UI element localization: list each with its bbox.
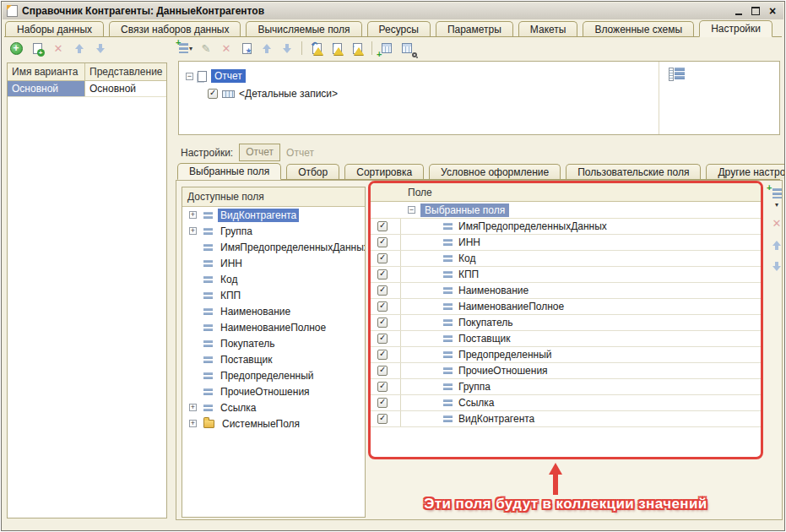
add-dropdown-icon[interactable]: +▾ xyxy=(178,41,193,56)
available-field-row[interactable]: Код xyxy=(182,271,365,287)
tab-parameters[interactable]: Параметры xyxy=(436,21,513,36)
field-label[interactable]: НаименованиеПолное xyxy=(218,321,328,334)
field-label[interactable]: Поставщик xyxy=(458,333,511,345)
field-label[interactable]: Покупатель xyxy=(458,317,512,328)
field-label[interactable]: ПрочиеОтношения xyxy=(458,365,548,377)
available-field-row[interactable]: КПП xyxy=(182,287,365,303)
field-label[interactable]: ИНН xyxy=(458,236,480,248)
tab-resources[interactable]: Ресурсы xyxy=(367,21,431,36)
field-label[interactable]: Код xyxy=(218,273,240,286)
tab-nested-schemas[interactable]: Вложенные схемы xyxy=(583,21,694,36)
delete-icon[interactable]: ✕ xyxy=(219,41,234,56)
field-label[interactable]: Наименование xyxy=(218,305,293,318)
field-label[interactable]: Покупатель xyxy=(218,337,277,350)
tab-selected-fields[interactable]: Выбранные поля xyxy=(177,163,281,180)
save-variant-icon[interactable]: ↓ xyxy=(350,41,365,56)
variant-name-cell[interactable]: Основной xyxy=(8,81,85,96)
field-label[interactable]: ИмяПредопределенныхДанных xyxy=(458,220,607,232)
wizard-icon[interactable]: ★ xyxy=(239,41,254,56)
checkbox-checked[interactable] xyxy=(377,253,388,263)
tree-root-label[interactable]: Отчет xyxy=(211,69,246,83)
selected-field-row[interactable]: Код xyxy=(371,251,761,267)
move-up-icon[interactable] xyxy=(72,41,87,56)
expand-icon[interactable]: + xyxy=(189,420,197,427)
collapse-icon[interactable]: − xyxy=(186,73,193,80)
selected-field-row[interactable]: Наименование xyxy=(371,283,761,299)
checkbox-checked[interactable] xyxy=(377,398,388,408)
checkbox-checked[interactable] xyxy=(377,285,388,296)
selected-field-row[interactable]: ВидКонтрагента xyxy=(371,411,761,427)
checkbox-checked[interactable] xyxy=(208,89,218,99)
selected-field-row[interactable]: НаименованиеПолное xyxy=(371,299,761,315)
tab-templates[interactable]: Макеты xyxy=(518,21,578,36)
checkbox-checked[interactable] xyxy=(377,301,388,312)
dropdown-caret-icon[interactable]: ▾ xyxy=(775,201,778,209)
field-label[interactable]: НаименованиеПолное xyxy=(458,301,564,312)
field-label[interactable]: Группа xyxy=(218,225,255,238)
selected-field-row[interactable]: Группа xyxy=(371,379,761,395)
move-down-icon[interactable] xyxy=(279,41,295,56)
field-label[interactable]: ПрочиеОтношения xyxy=(218,385,312,399)
expand-icon[interactable]: + xyxy=(189,227,197,235)
add-dropdown-icon[interactable]: + xyxy=(769,186,784,201)
selected-field-row[interactable]: Поставщик xyxy=(371,331,761,347)
selected-field-row[interactable]: ПрочиеОтношения xyxy=(371,363,761,379)
tab-conditional-appearance[interactable]: Условное оформление xyxy=(429,164,561,179)
checkbox-checked[interactable] xyxy=(377,366,388,376)
restore-button[interactable] xyxy=(748,4,763,17)
available-field-row[interactable]: Поставщик xyxy=(182,351,365,367)
tab-data-sets[interactable]: Наборы данных xyxy=(5,21,104,36)
checkbox-checked[interactable] xyxy=(377,334,388,344)
field-label[interactable]: Наименование xyxy=(458,285,529,296)
tree-root-row[interactable]: − Отчет xyxy=(186,69,246,83)
field-label[interactable]: Предопределенный xyxy=(218,369,317,383)
available-field-row[interactable]: Покупатель xyxy=(182,335,365,351)
checkbox-checked[interactable] xyxy=(377,237,388,247)
field-label[interactable]: Группа xyxy=(458,381,491,393)
available-field-row[interactable]: НаименованиеПолное xyxy=(182,319,365,335)
variant-presentation-cell[interactable]: Основной xyxy=(85,81,166,96)
checkbox-checked[interactable] xyxy=(377,221,388,231)
edit-icon[interactable]: ✎ xyxy=(198,41,214,56)
close-button[interactable]: × xyxy=(765,4,780,17)
minimize-button[interactable] xyxy=(731,4,746,17)
tab-settings[interactable]: Настройки xyxy=(699,20,772,37)
available-field-row[interactable]: Предопределенный xyxy=(182,367,365,383)
field-label[interactable]: Ссылка xyxy=(458,397,494,409)
tab-user-fields[interactable]: Пользовательские поля xyxy=(566,164,701,179)
selected-field-row[interactable]: Ссылка xyxy=(371,395,761,411)
field-label[interactable]: ИмяПредопределенныхДанных xyxy=(218,241,366,254)
field-label[interactable]: ВидКонтрагента xyxy=(218,209,299,222)
available-field-row[interactable]: + СистемныеПоля xyxy=(182,415,365,432)
field-label[interactable]: ВидКонтрагента xyxy=(458,413,534,425)
group-label[interactable]: Выбранные поля xyxy=(420,204,509,217)
move-up-icon[interactable] xyxy=(259,41,274,56)
move-up-icon[interactable] xyxy=(769,237,784,252)
open-variant-icon[interactable]: ↶ xyxy=(309,41,324,56)
selected-field-row[interactable]: Покупатель xyxy=(371,315,761,331)
selected-fields-group-row[interactable]: − Выбранные поля xyxy=(371,202,761,219)
field-label[interactable]: Ссылка xyxy=(218,401,258,415)
available-field-row[interactable]: + ВидКонтрагента xyxy=(182,207,365,223)
selected-field-row[interactable]: ИмяПредопределенныхДанных xyxy=(371,219,761,235)
field-label[interactable]: СистемныеПоля xyxy=(220,417,302,431)
variant-row[interactable]: Основной Основной xyxy=(8,81,166,97)
checkbox-checked[interactable] xyxy=(377,269,388,280)
available-field-row[interactable]: ПрочиеОтношения xyxy=(182,383,365,399)
tab-calculated-fields[interactable]: Вычисляемые поля xyxy=(246,21,361,36)
load-variant-icon[interactable]: ↑ xyxy=(329,41,344,56)
field-label[interactable]: Код xyxy=(458,252,475,264)
checkbox-checked[interactable] xyxy=(377,382,388,392)
move-down-icon[interactable] xyxy=(769,258,784,274)
field-label[interactable]: ИНН xyxy=(218,257,245,270)
expand-icon[interactable]: + xyxy=(189,404,197,411)
selected-field-row[interactable]: КПП xyxy=(371,267,761,283)
selected-field-row[interactable]: Предопределенный xyxy=(371,347,761,363)
available-field-row[interactable]: + Группа xyxy=(182,223,365,239)
checkbox-checked[interactable] xyxy=(377,350,388,360)
move-down-icon[interactable] xyxy=(93,41,108,56)
checkbox-checked[interactable] xyxy=(377,414,388,424)
add-table-icon[interactable]: + xyxy=(379,41,394,56)
field-label[interactable]: КПП xyxy=(218,289,243,302)
settings-report-button[interactable]: Отчет xyxy=(239,144,280,161)
